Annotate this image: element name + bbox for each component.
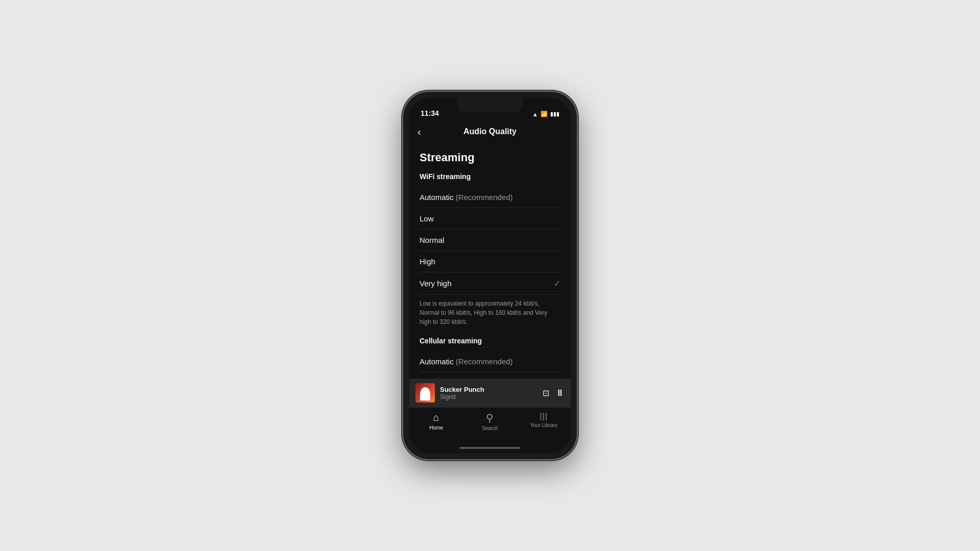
wifi-automatic-label: Automatic (Recommended) bbox=[420, 193, 513, 202]
cellular-low-option[interactable]: Low bbox=[420, 372, 560, 379]
tab-home-label: Home bbox=[429, 425, 443, 431]
tab-home[interactable]: ⌂ Home bbox=[409, 412, 463, 431]
tab-search-label: Search bbox=[482, 425, 498, 431]
wifi-veryhigh-option[interactable]: Very high ✓ bbox=[420, 272, 560, 295]
wifi-automatic-option[interactable]: Automatic (Recommended) bbox=[420, 187, 560, 208]
phone-frame: 11:34 ▲ 📶 ▮▮▮ ‹ Audio Quality Streaming … bbox=[403, 92, 577, 459]
tab-bar: ⌂ Home ⚲ Search ||| Your Library bbox=[409, 407, 571, 443]
nav-header: ‹ Audio Quality bbox=[409, 120, 571, 143]
album-art bbox=[415, 383, 435, 403]
tab-library-label: Your Library bbox=[530, 422, 558, 428]
wifi-high-label: High bbox=[420, 257, 435, 266]
wifi-low-label: Low bbox=[420, 214, 434, 223]
wifi-veryhigh-label: Very high bbox=[420, 279, 452, 288]
notch bbox=[457, 98, 523, 112]
power-button[interactable] bbox=[577, 171, 579, 207]
wifi-low-option[interactable]: Low bbox=[420, 208, 560, 230]
cellular-automatic-option[interactable]: Automatic (Recommended) bbox=[420, 351, 560, 372]
now-playing-controls: ⊡ ⏸ bbox=[543, 388, 565, 398]
library-icon: ||| bbox=[540, 412, 548, 421]
back-button[interactable]: ‹ bbox=[418, 126, 421, 138]
streaming-section-title: Streaming bbox=[420, 151, 560, 164]
wifi-normal-option[interactable]: Normal bbox=[420, 230, 560, 251]
wifi-info-text: Low is equivalent to approximately 24 kb… bbox=[420, 299, 560, 327]
wifi-high-option[interactable]: High bbox=[420, 251, 560, 272]
page-title: Audio Quality bbox=[463, 127, 517, 136]
wifi-streaming-title: WiFi streaming bbox=[420, 172, 560, 181]
pause-button[interactable]: ⏸ bbox=[555, 388, 565, 398]
status-time: 11:34 bbox=[421, 109, 439, 117]
track-name: Sucker Punch bbox=[440, 386, 537, 393]
now-playing-bar[interactable]: Sucker Punch Sigrid ⊡ ⏸ bbox=[409, 379, 571, 407]
content-area: Streaming WiFi streaming Automatic (Reco… bbox=[409, 143, 571, 379]
tab-search[interactable]: ⚲ Search bbox=[463, 412, 517, 431]
phone-wrapper: 11:34 ▲ 📶 ▮▮▮ ‹ Audio Quality Streaming … bbox=[403, 92, 577, 459]
track-info: Sucker Punch Sigrid bbox=[440, 386, 537, 400]
phone-screen: 11:34 ▲ 📶 ▮▮▮ ‹ Audio Quality Streaming … bbox=[409, 98, 571, 453]
album-art-figure bbox=[420, 387, 430, 400]
home-bar bbox=[459, 447, 521, 449]
devices-icon[interactable]: ⊡ bbox=[543, 388, 549, 398]
tab-library[interactable]: ||| Your Library bbox=[517, 412, 571, 428]
search-icon: ⚲ bbox=[486, 412, 494, 424]
track-artist: Sigrid bbox=[440, 393, 537, 400]
cellular-streaming-title: Cellular streaming bbox=[420, 337, 560, 345]
cellular-automatic-label: Automatic (Recommended) bbox=[420, 357, 513, 366]
home-indicator bbox=[409, 443, 571, 453]
wifi-normal-label: Normal bbox=[420, 236, 444, 244]
status-icons: ▲ 📶 ▮▮▮ bbox=[532, 111, 559, 117]
signal-icon: ▲ bbox=[532, 111, 538, 117]
home-icon: ⌂ bbox=[433, 412, 439, 423]
battery-icon: ▮▮▮ bbox=[550, 111, 559, 117]
wifi-icon: 📶 bbox=[541, 111, 548, 117]
wifi-veryhigh-check-icon: ✓ bbox=[554, 279, 560, 288]
